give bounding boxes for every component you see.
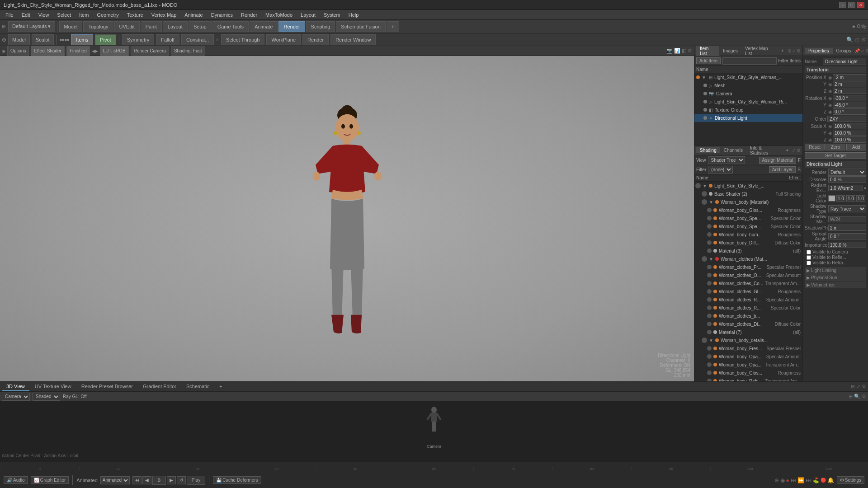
zero-button[interactable]: Zero — [826, 144, 845, 150]
shader-row-wc-co[interactable]: Woman_clothes_Co... Transparent Am... — [694, 279, 802, 287]
scale-x-value[interactable]: 100.0 % — [833, 123, 866, 129]
shader-row-wc-b[interactable]: Woman_clothes_b... — [694, 312, 802, 320]
eye-icon[interactable] — [702, 338, 707, 343]
shader-row-woman-details[interactable]: ▼ Woman_body_details... — [694, 336, 802, 344]
tab-scripting[interactable]: Scripting — [306, 21, 335, 32]
shader-row-wbd-opa2[interactable]: Woman_body_Opa... Transparent Am... — [694, 361, 802, 369]
eye-icon[interactable] — [707, 224, 712, 229]
eye-icon[interactable] — [707, 314, 712, 318]
shader-row-wbd-refr[interactable]: Woman_body_Refr... Transparent Am... — [694, 377, 802, 381]
rot-y-value[interactable]: -45.0 ° — [833, 102, 866, 108]
menu-edit[interactable]: Edit — [18, 10, 34, 19]
spread-angle-value[interactable]: 0.0 ° — [828, 233, 866, 239]
btn-select-through[interactable]: Select Through — [221, 34, 264, 45]
name-value[interactable]: Directional Light — [823, 58, 866, 65]
rot-x-value[interactable]: -30.0 ° — [833, 95, 866, 101]
items-icon-1[interactable]: ⊞ — [788, 48, 791, 53]
shader-row-main-group[interactable]: ▼ Light_Skin_City_Style_... — [694, 182, 802, 190]
filter-items-input[interactable] — [722, 57, 777, 65]
menu-system[interactable]: System — [320, 10, 344, 19]
props-tab-groups[interactable]: Groups — [833, 48, 855, 54]
timeline-ruler[interactable]: 0 12 24 36 48 60 72 84 96 108 120 — [0, 462, 868, 472]
shading-tab-shading[interactable]: Shading — [696, 147, 720, 153]
pos-z-value[interactable]: 2 m — [833, 88, 866, 94]
eye-icon[interactable] — [702, 199, 707, 205]
pos-x-value[interactable]: -2 m — [833, 74, 866, 80]
add-layer-button[interactable]: Add Layer — [769, 166, 796, 173]
eye-icon[interactable] — [707, 305, 712, 310]
eye-icon[interactable] — [707, 322, 712, 326]
visible-refra-checkbox[interactable] — [807, 261, 811, 265]
shader-row-wbd-glos[interactable]: Woman_body_Glos... Roughness — [694, 369, 802, 377]
props-icon-pin[interactable]: 📌 — [854, 48, 860, 53]
shadow-type-select[interactable]: Ray Trace — [828, 205, 866, 212]
audio-button[interactable]: 🔊 Audio — [4, 476, 28, 484]
tab-model[interactable]: Model — [59, 21, 83, 32]
tab-gradient-editor[interactable]: Gradient Editor — [138, 383, 181, 391]
play-button[interactable]: Play — [187, 476, 205, 485]
eye-icon[interactable] — [707, 346, 712, 351]
menu-maxtoModo[interactable]: MaxToModo — [262, 10, 296, 19]
btn-constraints[interactable]: Constrai... — [181, 34, 214, 45]
items-icon-3[interactable]: ⚙ — [797, 48, 801, 53]
shader-row-wc-gl[interactable]: Woman_clothes_Gl... Roughness — [694, 287, 802, 296]
add-button[interactable]: Add — [846, 144, 866, 150]
prev-frame-button[interactable]: ◀ — [142, 476, 151, 484]
pos-y-value[interactable]: 2 m — [833, 81, 866, 87]
eye-icon[interactable] — [707, 371, 712, 375]
menu-select[interactable]: Select — [53, 10, 75, 19]
add-item-button[interactable]: Add Item — [696, 57, 721, 64]
shadow-ph-value[interactable]: 2 m — [828, 225, 866, 231]
menu-vertex-map[interactable]: Vertex Map — [148, 10, 180, 19]
light-color-r[interactable]: 1.0 — [836, 195, 845, 202]
cache-deformers-button[interactable]: 💾 Cache Deformers — [213, 476, 261, 484]
vp-btn-effect-shader[interactable]: Effect Shader — [31, 46, 64, 56]
expand-icon[interactable]: ▼ — [709, 257, 713, 262]
eye-icon[interactable] — [707, 216, 712, 221]
bottom-vp-icon-3[interactable]: ⚙ — [862, 384, 866, 389]
render-select[interactable]: Default — [828, 169, 866, 176]
item-expand[interactable]: ▼ — [702, 75, 706, 80]
light-color-g[interactable]: 1.0 — [846, 195, 855, 202]
vp-btn-lut[interactable]: LUT: sRGB — [100, 46, 129, 56]
bottom-camera-select[interactable]: Camera — [2, 393, 30, 401]
expand-icon[interactable]: ▼ — [709, 338, 713, 343]
bottom-vp-settings-icon[interactable]: ⊞ — [849, 394, 853, 399]
transport-icon-4[interactable]: ⏩ — [797, 477, 804, 483]
eye-icon[interactable] — [707, 265, 712, 269]
props-icon-expand[interactable]: ⤢ — [861, 48, 864, 53]
transport-icon-2[interactable]: ◉ — [780, 477, 785, 483]
tab-game-tools[interactable]: Game Tools — [212, 21, 249, 32]
shader-row-wb-bum[interactable]: Woman_body_bum... Roughness — [694, 230, 802, 239]
next-frame-button[interactable]: ▶ — [167, 476, 176, 484]
items-icon-2[interactable]: ⤢ — [792, 48, 796, 53]
shading-tab-channels[interactable]: Channels — [720, 147, 746, 153]
eye-icon[interactable] — [707, 232, 712, 237]
eye-icon[interactable] — [707, 273, 712, 277]
mode-model[interactable]: Model — [8, 34, 30, 45]
shader-row-material-7[interactable]: Material (7) (all) — [694, 328, 802, 336]
btn-falloff[interactable]: Falloff — [156, 34, 179, 45]
transport-icon-6[interactable]: ⛳ — [812, 477, 819, 483]
tab-add-view[interactable]: + — [215, 383, 226, 391]
vp-btn-finished[interactable]: Finished — [66, 46, 90, 56]
eye-icon[interactable] — [707, 289, 712, 294]
menu-dynamics[interactable]: Dynamics — [208, 10, 236, 19]
menu-animate[interactable]: Animate — [181, 10, 206, 19]
tab-layout[interactable]: Layout — [163, 21, 188, 32]
assign-material-button[interactable]: Assign Material — [759, 157, 796, 164]
importance-value[interactable]: 100.0 % — [828, 242, 866, 248]
shader-row-wc-r2[interactable]: Woman_clothes_R... Specular Color — [694, 304, 802, 312]
item-row-texture[interactable]: ◧ Texture Group — [694, 106, 802, 114]
shader-row-wc-fr[interactable]: Woman_clothes_Fr... Specular Fresnel — [694, 263, 802, 271]
vp-btn-shading-fast[interactable]: Shading: Fast — [171, 46, 205, 56]
shader-row-wb-diff[interactable]: Woman_body_Diff... Diffuse Color — [694, 239, 802, 247]
mode-sculpt[interactable]: Sculpt — [32, 34, 54, 45]
shading-tab-add[interactable]: + — [782, 147, 792, 153]
tab-uvedit[interactable]: UVEdit — [114, 21, 140, 32]
tab-add[interactable]: + — [387, 21, 399, 32]
bottom-shading-select[interactable]: Shaded — [33, 393, 60, 401]
shading-tab-info[interactable]: Info & Statistics — [746, 145, 782, 156]
item-row-group[interactable]: ▼ ⊞ Light_Skin_City_Style_Woman_... — [694, 73, 802, 81]
transport-icon-5[interactable]: ⏭ — [806, 477, 811, 483]
